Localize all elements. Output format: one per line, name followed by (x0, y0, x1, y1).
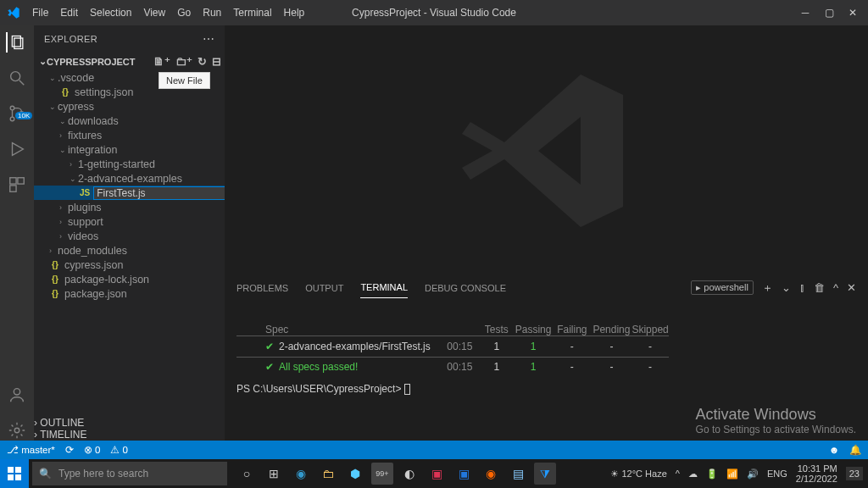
taskbar-search[interactable]: 🔍 Type here to search (32, 462, 227, 485)
chevron-down-icon[interactable]: ⌄ (39, 56, 47, 67)
tree-folder-advanced-examples[interactable]: ⌄2-advanced-examples (34, 171, 225, 186)
status-feedback-icon[interactable]: ☻ (829, 445, 839, 455)
tree-folder-node-modules[interactable]: ›node_modules (34, 243, 225, 258)
store-icon[interactable]: ⬢ (344, 463, 366, 485)
activity-debug-icon[interactable] (7, 139, 27, 159)
new-folder-icon[interactable]: 🗀⁺ (175, 55, 192, 68)
activity-source-control-icon[interactable] (7, 103, 27, 124)
svg-point-12 (14, 428, 19, 433)
timeline-section[interactable]: › TIMELINE (34, 429, 225, 441)
new-file-name-input[interactable] (93, 186, 225, 200)
maximize-icon[interactable]: ▢ (824, 7, 834, 19)
refresh-icon[interactable]: ↻ (198, 55, 207, 68)
tray-language[interactable]: ENG (767, 469, 787, 479)
word-icon[interactable]: ▣ (453, 463, 475, 485)
menu-help[interactable]: Help (279, 3, 310, 22)
tray-cloud-icon[interactable]: ☁ (688, 469, 698, 480)
split-terminal-icon[interactable]: ⫿ (799, 281, 805, 294)
terminal-shell-dropdown[interactable]: ▸ powershell (691, 280, 754, 295)
js-file-icon: JS (80, 188, 90, 197)
search-placeholder: Type here to search (58, 468, 148, 480)
tree-file-package-json[interactable]: {}package.json (34, 286, 225, 301)
tree-folder-getting-started[interactable]: ›1-getting-started (34, 157, 225, 171)
tab-output[interactable]: OUTPUT (305, 278, 343, 298)
menu-edit[interactable]: Edit (55, 3, 83, 22)
new-file-icon[interactable]: 🗎⁺ (153, 55, 170, 68)
status-branch[interactable]: ⎇ master* (7, 444, 55, 456)
svg-rect-8 (10, 178, 16, 184)
terminal-prompt[interactable]: PS C:\Users\USER\CypressProject> (236, 383, 856, 395)
edge-icon[interactable]: ◉ (290, 463, 312, 485)
tray-notifications-icon[interactable]: 23 (846, 467, 863, 480)
tree-folder-fixtures[interactable]: ›fixtures (34, 128, 225, 142)
vscode-taskbar-icon[interactable]: ⧩ (534, 463, 556, 485)
cortana-icon[interactable]: ○ (236, 463, 258, 485)
status-sync-icon[interactable]: ⟳ (65, 444, 74, 456)
outline-section[interactable]: › OUTLINE (34, 417, 225, 429)
menu-bar: File Edit Selection View Go Run Terminal… (27, 3, 309, 22)
search-icon: 🔍 (39, 468, 52, 480)
mail-badge-icon[interactable]: 99+ (371, 463, 393, 485)
close-panel-icon[interactable]: ✕ (847, 281, 856, 294)
tab-terminal[interactable]: TERMINAL (360, 277, 408, 298)
tree-folder-plugins[interactable]: ›plugins (34, 200, 225, 214)
menu-run[interactable]: Run (198, 3, 226, 22)
chrome-icon[interactable]: ◐ (398, 463, 420, 485)
activity-settings-icon[interactable] (7, 420, 27, 441)
tray-wifi-icon[interactable]: 📶 (726, 469, 738, 480)
kill-terminal-icon[interactable]: 🗑 (814, 281, 825, 294)
minimize-icon[interactable]: ─ (800, 7, 810, 19)
vscode-watermark-icon (225, 25, 868, 275)
svg-point-11 (14, 389, 19, 395)
menu-file[interactable]: File (27, 3, 53, 22)
close-icon[interactable]: ✕ (848, 7, 858, 19)
tray-clock[interactable]: 10:31 PM2/12/2022 (796, 463, 837, 484)
menu-view[interactable]: View (138, 3, 170, 22)
tree-new-file-input-row[interactable]: JS (34, 186, 225, 200)
window-title: CypressProject - Visual Studio Code (352, 7, 516, 19)
notepad-icon[interactable]: ▤ (507, 463, 529, 485)
task-view-icon[interactable]: ⊞ (263, 463, 285, 485)
tab-problems[interactable]: PROBLEMS (236, 278, 288, 298)
svg-rect-10 (10, 186, 16, 191)
tree-folder-support[interactable]: ›support (34, 214, 225, 229)
status-warnings[interactable]: ⚠ 0 (110, 444, 128, 456)
firefox-icon[interactable]: ◉ (480, 463, 502, 485)
svg-rect-16 (15, 474, 21, 480)
tray-volume-icon[interactable]: 🔊 (747, 469, 759, 480)
activity-explorer-icon[interactable] (6, 32, 26, 53)
terminal-summary-row: ✔All specs passed! 00:15 1 1 - - - (236, 358, 669, 376)
tree-file-cypress-json[interactable]: {}cypress.json (34, 258, 225, 272)
svg-rect-9 (18, 178, 24, 184)
tree-folder-integration[interactable]: ⌄integration (34, 142, 225, 157)
svg-point-5 (10, 117, 14, 121)
chevron-down-icon[interactable]: ⌄ (782, 281, 791, 294)
explorer-more-icon[interactable]: ⋯ (203, 32, 214, 46)
tree-folder-cypress[interactable]: ⌄cypress (34, 99, 225, 114)
activity-extensions-icon[interactable] (7, 175, 27, 195)
menu-terminal[interactable]: Terminal (228, 3, 276, 22)
maximize-panel-icon[interactable]: ^ (833, 281, 838, 294)
explorer-icon[interactable]: 🗀 (317, 463, 339, 485)
terminal-table-header: Spec Tests Passing Failing Pending Skipp… (236, 324, 669, 336)
menu-selection[interactable]: Selection (85, 3, 136, 22)
svg-point-4 (10, 106, 14, 110)
windows-start-button[interactable] (0, 459, 29, 488)
new-terminal-icon[interactable]: ＋ (762, 280, 773, 296)
activity-account-icon[interactable] (7, 385, 27, 405)
collapse-icon[interactable]: ⊟ (212, 55, 221, 68)
status-errors[interactable]: ⊗ 0 (84, 444, 101, 456)
weather-widget[interactable]: ☀ 12°C Haze (610, 469, 666, 480)
tree-file-package-lock[interactable]: {}package-lock.json (34, 272, 225, 286)
tray-chevron-icon[interactable]: ^ (676, 469, 680, 479)
status-bell-icon[interactable]: 🔔 (849, 444, 861, 456)
menu-go[interactable]: Go (172, 3, 196, 22)
explorer-title: EXPLORER (44, 34, 97, 44)
tab-debug-console[interactable]: DEBUG CONSOLE (425, 278, 506, 298)
powerpoint-icon[interactable]: ▣ (426, 463, 448, 485)
svg-point-6 (19, 112, 24, 116)
activity-search-icon[interactable] (7, 68, 27, 88)
tray-battery-icon[interactable]: 🔋 (706, 469, 718, 480)
tree-folder-videos[interactable]: ›videos (34, 229, 225, 243)
tree-folder-downloads[interactable]: ⌄downloads (34, 114, 225, 128)
